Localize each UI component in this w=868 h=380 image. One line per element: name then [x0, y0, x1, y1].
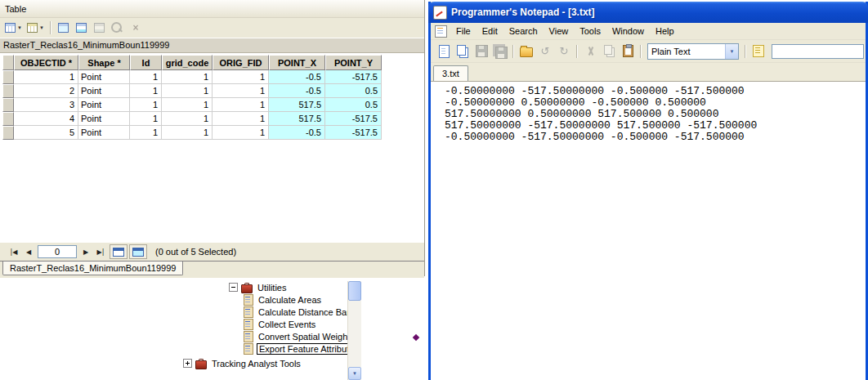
- cell[interactable]: 4: [14, 112, 78, 126]
- tree-item-calculate-areas[interactable]: Calculate Areas: [178, 293, 361, 306]
- tree-item-tracking-analyst-tools[interactable]: Tracking Analyst Tools: [178, 357, 361, 369]
- tree-item-convert-spatial-weights[interactable]: Convert Spatial Weights M: [178, 330, 361, 342]
- row-selector[interactable]: [2, 112, 14, 126]
- quick-find-input[interactable]: [772, 44, 864, 59]
- scrollbar-down-button[interactable]: ▼: [348, 367, 361, 380]
- cell[interactable]: 1: [162, 126, 213, 140]
- cell[interactable]: 1: [130, 126, 162, 140]
- scheme-selector[interactable]: Plain Text ▼: [647, 43, 739, 60]
- cell[interactable]: 1: [162, 84, 213, 98]
- new-document-button[interactable]: [435, 42, 453, 60]
- cell[interactable]: 0.5: [325, 98, 382, 112]
- cell[interactable]: 1: [130, 112, 162, 126]
- cell[interactable]: 1: [213, 126, 269, 140]
- column-header-origfid[interactable]: ORIG_FID: [213, 55, 269, 70]
- paste-button[interactable]: [619, 42, 637, 60]
- column-header-id[interactable]: Id: [130, 55, 162, 70]
- expand-icon[interactable]: [183, 359, 192, 368]
- menu-tools[interactable]: Tools: [574, 25, 606, 38]
- menu-file[interactable]: File: [450, 25, 477, 38]
- cell[interactable]: 1: [162, 70, 213, 84]
- clear-selection-button[interactable]: [92, 20, 108, 36]
- save-all-button[interactable]: [491, 42, 509, 60]
- column-header-shape[interactable]: Shape *: [78, 55, 130, 70]
- collapse-icon[interactable]: [229, 283, 238, 292]
- menu-help[interactable]: Help: [650, 25, 680, 38]
- scrollbar-thumb[interactable]: [348, 281, 361, 301]
- notepad-titlebar[interactable]: Programmer's Notepad - [3.txt]: [428, 2, 868, 23]
- cell[interactable]: -0.5: [269, 84, 325, 98]
- tree-item-utilities[interactable]: Utilities: [178, 281, 361, 293]
- cell[interactable]: 1: [130, 70, 162, 84]
- combo-dropdown-button[interactable]: ▼: [725, 44, 738, 59]
- zoom-to-selected-button[interactable]: [110, 20, 126, 36]
- record-number-input[interactable]: [38, 245, 77, 258]
- table-options-button[interactable]: ▼: [3, 20, 24, 36]
- cell[interactable]: 1: [130, 98, 162, 112]
- cell[interactable]: 2: [14, 84, 78, 98]
- cell[interactable]: -517.5: [325, 126, 382, 140]
- cell[interactable]: Point: [78, 70, 130, 84]
- show-selected-records-button[interactable]: [129, 244, 147, 259]
- redo-button[interactable]: ↻: [555, 42, 573, 60]
- row-selector[interactable]: [2, 84, 14, 98]
- row-selector[interactable]: [2, 126, 14, 140]
- cell[interactable]: 3: [14, 98, 78, 112]
- save-button[interactable]: [472, 42, 490, 60]
- column-header-pointy[interactable]: POINT_Y: [325, 55, 382, 70]
- cell[interactable]: 1: [130, 84, 162, 98]
- previous-record-button[interactable]: ◀: [21, 245, 36, 258]
- cell[interactable]: 517.5: [269, 98, 325, 112]
- cell[interactable]: 1: [213, 112, 269, 126]
- cell[interactable]: Point: [78, 98, 130, 112]
- cell[interactable]: 1: [213, 84, 269, 98]
- column-header-gridcode[interactable]: grid_code: [162, 55, 213, 70]
- first-record-button[interactable]: |◀: [7, 245, 21, 258]
- table-window-titlebar[interactable]: Table: [0, 0, 424, 18]
- show-all-records-button[interactable]: [110, 244, 128, 259]
- cell[interactable]: Point: [78, 84, 130, 98]
- open-folder-button[interactable]: [517, 42, 535, 60]
- menu-edit[interactable]: Edit: [477, 25, 503, 38]
- cell[interactable]: -517.5: [325, 70, 382, 84]
- cell[interactable]: Point: [78, 126, 130, 140]
- text-clips-button[interactable]: [749, 42, 767, 60]
- switch-selection-button[interactable]: [74, 20, 90, 36]
- tree-item-export-feature-attribute[interactable]: Export Feature Attribute t: [178, 342, 361, 355]
- cell[interactable]: 517.5: [269, 112, 325, 126]
- menu-view[interactable]: View: [544, 25, 575, 38]
- corner-cell[interactable]: [2, 55, 14, 70]
- table-bottom-tab[interactable]: RasterT_Reclas16_MinimumBoun119999: [2, 262, 183, 275]
- next-record-button[interactable]: ▶: [78, 245, 93, 258]
- cell[interactable]: 5: [14, 126, 78, 140]
- tree-item-calculate-distance-band[interactable]: Calculate Distance Band fr: [178, 306, 361, 318]
- open-file-button[interactable]: [454, 42, 472, 60]
- cell[interactable]: -0.5: [269, 126, 325, 140]
- cell[interactable]: 0.5: [325, 84, 382, 98]
- record-navigation: |◀ ◀ ▶ ▶| (0 out of 5 Selected): [0, 243, 424, 261]
- menu-window[interactable]: Window: [606, 25, 650, 38]
- cell[interactable]: 1: [14, 70, 78, 84]
- tree-item-collect-events[interactable]: Collect Events: [178, 318, 361, 330]
- cell[interactable]: 1: [162, 98, 213, 112]
- select-by-attributes-button[interactable]: [56, 20, 72, 36]
- row-selector[interactable]: [2, 70, 14, 84]
- last-record-button[interactable]: ▶|: [93, 245, 108, 258]
- cell[interactable]: Point: [78, 112, 130, 126]
- column-header-objectid[interactable]: OBJECTID *: [14, 55, 78, 70]
- row-selector[interactable]: [2, 98, 14, 112]
- editor-area[interactable]: -0.50000000 -517.50000000 -0.500000 -517…: [431, 82, 866, 380]
- cell[interactable]: 1: [162, 112, 213, 126]
- cell[interactable]: 1: [213, 70, 269, 84]
- cell[interactable]: -517.5: [325, 112, 382, 126]
- cut-button[interactable]: [581, 42, 599, 60]
- column-header-pointx[interactable]: POINT_X: [269, 55, 325, 70]
- cell[interactable]: -0.5: [269, 70, 325, 84]
- menu-search[interactable]: Search: [503, 25, 544, 38]
- undo-button[interactable]: ↺: [536, 42, 554, 60]
- delete-selected-button[interactable]: ×: [128, 20, 144, 36]
- related-tables-button[interactable]: ▼: [25, 20, 46, 36]
- cell[interactable]: 1: [213, 98, 269, 112]
- copy-button[interactable]: [600, 42, 618, 60]
- tab-3txt[interactable]: 3.txt: [433, 65, 468, 81]
